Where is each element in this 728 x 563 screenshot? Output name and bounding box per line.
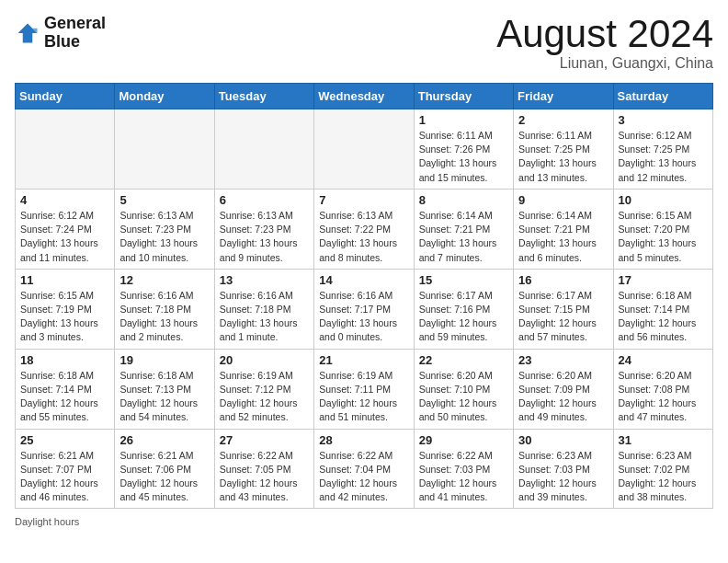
day-info: Sunrise: 6:19 AMSunset: 7:12 PMDaylight:… — [220, 369, 309, 425]
day-info: Sunrise: 6:18 AMSunset: 7:14 PMDaylight:… — [20, 369, 109, 425]
calendar-week-row: 1Sunrise: 6:11 AMSunset: 7:26 PMDaylight… — [16, 109, 713, 190]
calendar-day-cell: 26Sunrise: 6:21 AMSunset: 7:06 PMDayligh… — [115, 429, 214, 509]
day-info: Sunrise: 6:11 AMSunset: 7:26 PMDaylight:… — [419, 129, 508, 185]
day-info: Sunrise: 6:11 AMSunset: 7:25 PMDaylight:… — [518, 129, 608, 185]
day-info: Sunrise: 6:17 AMSunset: 7:16 PMDaylight:… — [419, 289, 508, 345]
day-number: 31 — [619, 433, 708, 447]
day-number: 7 — [319, 193, 408, 207]
page-header: General Blue August 2024 Liunan, Guangxi… — [15, 15, 713, 72]
day-number: 30 — [518, 433, 608, 447]
day-info: Sunrise: 6:12 AMSunset: 7:24 PMDaylight:… — [20, 209, 109, 265]
day-info: Sunrise: 6:21 AMSunset: 7:07 PMDaylight:… — [20, 449, 109, 505]
calendar-day-header: Monday — [115, 84, 214, 109]
day-number: 27 — [220, 433, 309, 447]
day-number: 8 — [419, 193, 508, 207]
day-number: 25 — [20, 433, 109, 447]
day-number: 9 — [518, 193, 608, 207]
day-info: Sunrise: 6:23 AMSunset: 7:02 PMDaylight:… — [619, 449, 708, 505]
day-number: 6 — [220, 193, 309, 207]
day-info: Sunrise: 6:17 AMSunset: 7:15 PMDaylight:… — [518, 289, 608, 345]
day-info: Sunrise: 6:20 AMSunset: 7:08 PMDaylight:… — [619, 369, 708, 425]
calendar-day-header: Tuesday — [214, 84, 313, 109]
calendar-day-cell: 15Sunrise: 6:17 AMSunset: 7:16 PMDayligh… — [414, 269, 513, 349]
calendar-header-row: SundayMondayTuesdayWednesdayThursdayFrid… — [16, 84, 713, 109]
calendar-day-cell: 31Sunrise: 6:23 AMSunset: 7:02 PMDayligh… — [613, 429, 712, 509]
calendar-day-cell: 11Sunrise: 6:15 AMSunset: 7:19 PMDayligh… — [16, 269, 115, 349]
day-info: Sunrise: 6:20 AMSunset: 7:10 PMDaylight:… — [419, 369, 508, 425]
logo-text: General Blue — [44, 15, 106, 52]
calendar-day-cell: 28Sunrise: 6:22 AMSunset: 7:04 PMDayligh… — [314, 429, 414, 509]
day-info: Sunrise: 6:15 AMSunset: 7:19 PMDaylight:… — [20, 289, 109, 345]
day-number: 22 — [419, 353, 508, 367]
logo-icon — [15, 20, 40, 46]
day-number: 13 — [220, 273, 309, 287]
calendar-day-cell: 12Sunrise: 6:16 AMSunset: 7:18 PMDayligh… — [115, 269, 214, 349]
day-number: 15 — [419, 273, 508, 287]
day-number: 20 — [220, 353, 309, 367]
calendar-day-cell: 6Sunrise: 6:13 AMSunset: 7:23 PMDaylight… — [214, 189, 313, 269]
calendar-day-cell: 21Sunrise: 6:19 AMSunset: 7:11 PMDayligh… — [314, 349, 414, 429]
day-info: Sunrise: 6:16 AMSunset: 7:18 PMDaylight:… — [119, 289, 209, 345]
calendar-day-cell: 18Sunrise: 6:18 AMSunset: 7:14 PMDayligh… — [16, 349, 115, 429]
day-number: 21 — [319, 353, 408, 367]
location-title: Liunan, Guangxi, China — [496, 55, 713, 72]
day-number: 12 — [119, 273, 209, 287]
day-number: 1 — [419, 113, 508, 127]
day-info: Sunrise: 6:13 AMSunset: 7:22 PMDaylight:… — [319, 209, 408, 265]
calendar-week-row: 4Sunrise: 6:12 AMSunset: 7:24 PMDaylight… — [16, 189, 713, 269]
calendar-day-cell: 20Sunrise: 6:19 AMSunset: 7:12 PMDayligh… — [214, 349, 313, 429]
day-number: 28 — [319, 433, 408, 447]
calendar-day-cell — [16, 109, 115, 190]
calendar-day-header: Sunday — [16, 84, 115, 109]
calendar-day-cell — [214, 109, 313, 190]
calendar-week-row: 18Sunrise: 6:18 AMSunset: 7:14 PMDayligh… — [16, 349, 713, 429]
day-info: Sunrise: 6:13 AMSunset: 7:23 PMDaylight:… — [119, 209, 209, 265]
calendar-week-row: 25Sunrise: 6:21 AMSunset: 7:07 PMDayligh… — [16, 429, 713, 509]
calendar-day-cell: 4Sunrise: 6:12 AMSunset: 7:24 PMDaylight… — [16, 189, 115, 269]
calendar-day-cell: 24Sunrise: 6:20 AMSunset: 7:08 PMDayligh… — [613, 349, 712, 429]
day-info: Sunrise: 6:19 AMSunset: 7:11 PMDaylight:… — [319, 369, 408, 425]
day-number: 23 — [518, 353, 608, 367]
month-title: August 2024 — [496, 15, 713, 53]
calendar-day-cell: 1Sunrise: 6:11 AMSunset: 7:26 PMDaylight… — [414, 109, 513, 190]
calendar-day-header: Saturday — [613, 84, 712, 109]
day-info: Sunrise: 6:16 AMSunset: 7:18 PMDaylight:… — [220, 289, 309, 345]
calendar-day-cell: 22Sunrise: 6:20 AMSunset: 7:10 PMDayligh… — [414, 349, 513, 429]
day-info: Sunrise: 6:18 AMSunset: 7:13 PMDaylight:… — [119, 369, 209, 425]
day-info: Sunrise: 6:15 AMSunset: 7:20 PMDaylight:… — [619, 209, 708, 265]
day-number: 5 — [119, 193, 209, 207]
day-info: Sunrise: 6:22 AMSunset: 7:05 PMDaylight:… — [220, 449, 309, 505]
calendar-day-cell: 7Sunrise: 6:13 AMSunset: 7:22 PMDaylight… — [314, 189, 414, 269]
calendar-day-cell: 10Sunrise: 6:15 AMSunset: 7:20 PMDayligh… — [613, 189, 712, 269]
day-number: 17 — [619, 273, 708, 287]
day-info: Sunrise: 6:12 AMSunset: 7:25 PMDaylight:… — [619, 129, 708, 185]
calendar-day-header: Wednesday — [314, 84, 414, 109]
calendar-day-cell: 19Sunrise: 6:18 AMSunset: 7:13 PMDayligh… — [115, 349, 214, 429]
calendar-day-cell: 9Sunrise: 6:14 AMSunset: 7:21 PMDaylight… — [514, 189, 613, 269]
day-number: 16 — [518, 273, 608, 287]
day-number: 10 — [619, 193, 708, 207]
calendar-day-cell: 14Sunrise: 6:16 AMSunset: 7:17 PMDayligh… — [314, 269, 414, 349]
day-info: Sunrise: 6:18 AMSunset: 7:14 PMDaylight:… — [619, 289, 708, 345]
daylight-label: Daylight hours — [15, 516, 79, 527]
day-info: Sunrise: 6:20 AMSunset: 7:09 PMDaylight:… — [518, 369, 608, 425]
calendar-day-cell: 8Sunrise: 6:14 AMSunset: 7:21 PMDaylight… — [414, 189, 513, 269]
calendar-day-cell: 5Sunrise: 6:13 AMSunset: 7:23 PMDaylight… — [115, 189, 214, 269]
calendar-day-cell: 25Sunrise: 6:21 AMSunset: 7:07 PMDayligh… — [16, 429, 115, 509]
calendar-day-cell — [115, 109, 214, 190]
calendar-day-cell — [314, 109, 414, 190]
day-info: Sunrise: 6:23 AMSunset: 7:03 PMDaylight:… — [518, 449, 608, 505]
day-info: Sunrise: 6:22 AMSunset: 7:03 PMDaylight:… — [419, 449, 508, 505]
title-area: August 2024 Liunan, Guangxi, China — [496, 15, 713, 72]
calendar-day-cell: 27Sunrise: 6:22 AMSunset: 7:05 PMDayligh… — [214, 429, 313, 509]
calendar-day-cell: 30Sunrise: 6:23 AMSunset: 7:03 PMDayligh… — [514, 429, 613, 509]
day-number: 29 — [419, 433, 508, 447]
day-number: 11 — [20, 273, 109, 287]
day-info: Sunrise: 6:16 AMSunset: 7:17 PMDaylight:… — [319, 289, 408, 345]
day-info: Sunrise: 6:13 AMSunset: 7:23 PMDaylight:… — [220, 209, 309, 265]
calendar-day-cell: 2Sunrise: 6:11 AMSunset: 7:25 PMDaylight… — [514, 109, 613, 190]
calendar-day-cell: 29Sunrise: 6:22 AMSunset: 7:03 PMDayligh… — [414, 429, 513, 509]
day-info: Sunrise: 6:14 AMSunset: 7:21 PMDaylight:… — [518, 209, 608, 265]
day-number: 3 — [619, 113, 708, 127]
logo: General Blue — [15, 15, 106, 52]
